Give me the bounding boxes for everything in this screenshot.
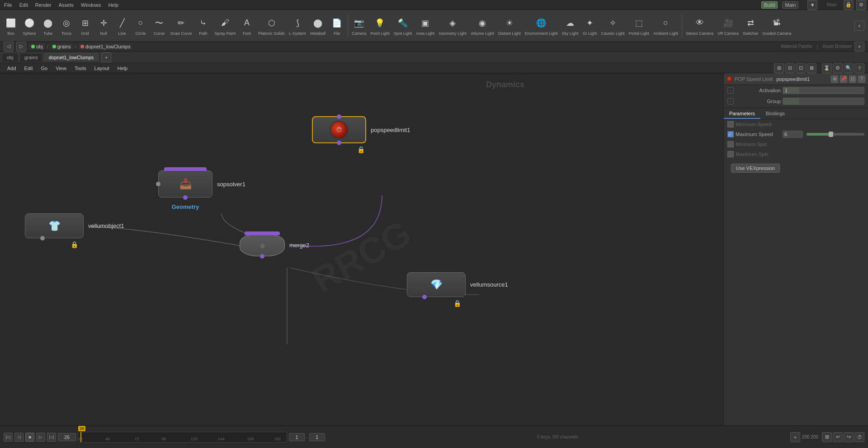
tl-go-start[interactable]: |◁	[4, 433, 13, 442]
lock-icon-btn[interactable]: 🔒	[844, 0, 854, 10]
mini-btn-1[interactable]: ⊞	[822, 432, 832, 442]
tool-sky-light[interactable]: ☁ Sky Light	[560, 10, 580, 41]
add-tab-btn[interactable]: +	[101, 52, 111, 62]
tool-circle[interactable]: ○ Circle	[132, 10, 150, 41]
node-sopsolver1[interactable]: 📥 sopsolver1 Geometry	[158, 170, 245, 198]
tool-gi-light[interactable]: ✦ GI Light	[580, 10, 599, 41]
tl-play-fwd[interactable]: ▷	[36, 433, 45, 442]
menu-render[interactable]: Render	[33, 2, 54, 8]
tool-caustic-light[interactable]: ✧ Caustic Light	[599, 10, 626, 41]
tl-go-end[interactable]: ▷|	[47, 433, 56, 442]
ctx-view[interactable]: View	[52, 65, 70, 72]
tool-distant-light[interactable]: ☀ Distant Light	[496, 10, 523, 41]
tool-metaball[interactable]: ⬤ Metaball	[308, 10, 327, 41]
tool-camera[interactable]: 📷 Camera	[350, 10, 368, 41]
node-merge2[interactable]: ⬦ merge2	[240, 234, 309, 256]
view-icon-1[interactable]: ⊞	[774, 63, 784, 73]
tool-spot-light[interactable]: 🔦 Spot Light	[392, 10, 414, 41]
tool-guided-camera[interactable]: 📽 Guided Camera	[761, 10, 793, 41]
menu-file[interactable]: File	[2, 2, 14, 8]
timeline-track[interactable]: 26 48 72 96 120 144 168 192 26	[78, 432, 287, 443]
panel-pin-btn[interactable]: 📌	[840, 75, 847, 83]
node-popspeedlimit1[interactable]: ⏱ popspeedlimit1 🔒	[312, 116, 410, 143]
nav-forward[interactable]: ▷	[16, 42, 26, 52]
start-frame-input[interactable]	[289, 433, 305, 441]
menu-help[interactable]: Help	[106, 2, 121, 8]
node-canvas[interactable]: RRCG Dynamics ⏱	[0, 73, 723, 440]
view-icon-6[interactable]: ⚙	[833, 63, 843, 73]
nav-back[interactable]: ◁	[4, 42, 14, 52]
tool-null[interactable]: ✛ Null	[94, 10, 113, 41]
tool-torus[interactable]: ◎ Torus	[57, 10, 75, 41]
max-speed-input[interactable]	[783, 131, 803, 138]
menu-assets[interactable]: Assets	[57, 2, 76, 8]
max-speed-slider-handle[interactable]	[829, 132, 833, 137]
tool-tube[interactable]: ⬤ Tube	[39, 10, 57, 41]
merge2-body[interactable]: ⬦	[240, 234, 285, 256]
tab-grains[interactable]: grains	[19, 53, 43, 61]
tool-geo-light[interactable]: ◈ Geometry Light	[437, 10, 468, 41]
tab-parameters[interactable]: Parameters	[724, 109, 760, 119]
vellumobject1-body[interactable]: 👕	[25, 213, 84, 238]
tool-env-light[interactable]: 🌐 Environment Light	[523, 10, 560, 41]
sopsolver1-body[interactable]: 📥	[158, 170, 212, 198]
main-dropdown[interactable]: ▼	[807, 0, 817, 10]
view-icon-8[interactable]: ?	[854, 63, 864, 73]
tool-box[interactable]: ⬜ Box	[2, 10, 20, 41]
vex-button[interactable]: Use VEXpression	[731, 164, 780, 173]
tool-sphere[interactable]: ⚪ Sphere	[20, 10, 38, 41]
add-panel-btn[interactable]: +	[854, 42, 864, 52]
panel-fullscreen-btn[interactable]: ⊡	[849, 75, 856, 83]
mini-btn-4[interactable]: ⏱	[854, 432, 864, 442]
tl-play-back[interactable]: ◁	[14, 433, 24, 442]
popspeedlimit1-body[interactable]: ⏱	[312, 116, 366, 143]
tool-area-light[interactable]: ▣ Area Light	[414, 10, 436, 41]
ctx-add[interactable]: Add	[4, 65, 20, 72]
ctx-edit[interactable]: Edit	[21, 65, 37, 72]
max-speed-checkbox[interactable]: ✓	[727, 131, 734, 137]
ctx-go[interactable]: Go	[38, 65, 52, 72]
menu-windows[interactable]: Windows	[79, 2, 104, 8]
min-speed-checkbox[interactable]	[727, 121, 734, 127]
tab-obj[interactable]: obj	[2, 53, 19, 61]
settings-btn[interactable]: ⚙	[856, 0, 866, 10]
tool-font[interactable]: A Font	[238, 10, 256, 41]
mini-btn-3[interactable]: ↪	[844, 432, 854, 442]
view-icon-4[interactable]: ⊠	[807, 63, 816, 73]
tl-stop[interactable]: ■	[25, 433, 34, 442]
end-frame-input[interactable]	[309, 433, 325, 441]
tool-lsystem[interactable]: ⟆ L-System	[287, 10, 308, 41]
ctx-layout[interactable]: Layout	[91, 65, 113, 72]
tool-vol-light[interactable]: ◉ Volume Light	[469, 10, 496, 41]
tool-curve[interactable]: 〜 Curve	[150, 10, 168, 41]
node-vellumsource1[interactable]: 💎 vellumsource1 🔒	[407, 272, 508, 297]
tab-dopnet[interactable]: dopnet1_lowClumps	[44, 53, 99, 61]
max-spin-checkbox[interactable]	[727, 151, 734, 157]
panel-info-btn[interactable]: ?	[858, 75, 865, 83]
node-vellumobject1[interactable]: 👕 vellumobject1 🔒	[25, 213, 124, 238]
ctx-help[interactable]: Help	[114, 65, 132, 72]
tool-stereo-camera[interactable]: 👁 Stereo Camera	[684, 10, 715, 41]
view-icon-7[interactable]: 🔍	[844, 63, 854, 73]
tool-switcher[interactable]: ⇄ Switcher	[741, 10, 760, 41]
min-spin-checkbox[interactable]	[727, 141, 734, 147]
view-icon-3[interactable]: ⊡	[796, 63, 806, 73]
tool-grid[interactable]: ⊞ Grid	[76, 10, 94, 41]
ctx-tools[interactable]: Tools	[71, 65, 90, 72]
group-value-bar[interactable]	[783, 98, 864, 105]
tool-line[interactable]: ╱ Line	[113, 10, 131, 41]
view-icon-2[interactable]: ⊟	[785, 63, 795, 73]
tool-path[interactable]: ⤷ Path	[194, 10, 212, 41]
tool-ambient-light[interactable]: ○ Ambient Light	[651, 10, 680, 41]
tool-platonic[interactable]: ⬡ Platonic Solids	[256, 10, 287, 41]
tl-zoom-in[interactable]: +	[790, 432, 800, 442]
mini-btn-2[interactable]: ↩	[833, 432, 843, 442]
breadcrumb-obj[interactable]: obj	[29, 43, 45, 50]
view-icon-5[interactable]: ⌛	[822, 63, 832, 73]
tool-portal-light[interactable]: ⬚ Portal Light	[627, 10, 651, 41]
breadcrumb-grains[interactable]: grains	[50, 43, 73, 50]
tool-point-light[interactable]: 💡 Point Light	[368, 10, 392, 41]
vellumsource1-body[interactable]: 💎	[407, 272, 466, 297]
panel-settings-btn[interactable]: ⚙	[831, 75, 838, 83]
tool-spray[interactable]: 🖌 Spray Paint	[213, 10, 238, 41]
